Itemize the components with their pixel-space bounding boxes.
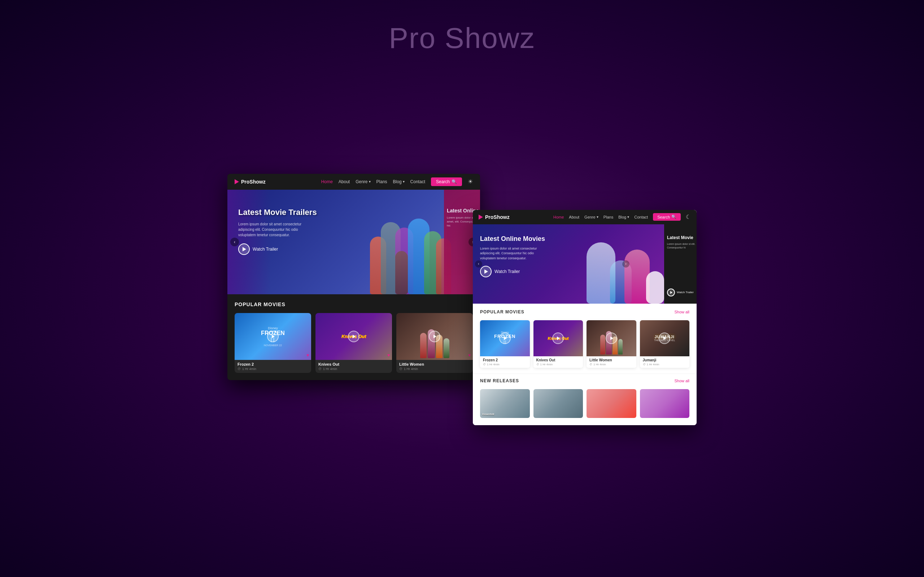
dark-heart-little[interactable]: ♥	[468, 353, 471, 358]
char-raccoon	[395, 251, 408, 294]
light-movie-card-knives[interactable]: Knives Out Knives Out ⏱ 1 Hr 4min	[533, 320, 583, 368]
light-clock-little: ⏱	[590, 363, 592, 366]
dark-section-header: POPULAR MOVIES	[234, 301, 473, 307]
light-navbar: ProShowz Home About Genre ▾ Plans Blog ▾…	[473, 210, 696, 224]
dark-movie-name-knives: Knives Out	[318, 362, 389, 366]
dark-popular-section: POPULAR MOVIES Disney FROZEN II NOVEMBER…	[228, 294, 480, 380]
frozen-chars-group	[549, 224, 664, 304]
dark-hero-desc: Lorem ipsum dolor sit amet consectetur a…	[238, 221, 310, 238]
light-nav-blog[interactable]: Blog ▾	[618, 215, 629, 219]
search-icon: 🔍	[452, 179, 457, 184]
nav-contact[interactable]: Contact	[410, 179, 425, 184]
dark-movie-name-frozen2: Frozen 2	[237, 362, 308, 366]
light-nav-links: Home About Genre ▾ Plans Blog ▾ Contact …	[553, 213, 691, 221]
light-peek-watch[interactable]: Watch Trailer	[667, 288, 694, 297]
dark-search-button[interactable]: Search 🔍	[431, 177, 462, 186]
light-nav-contact[interactable]: Contact	[634, 215, 648, 219]
dark-slider-prev-button[interactable]: ‹	[230, 238, 239, 246]
light-hero-peek: Latest Movie Lorem ipsum dolor st elit. …	[664, 224, 696, 304]
dark-popular-title: POPULAR MOVIES	[234, 301, 286, 307]
screenshots-container: ProShowz Home About Genre ▾ Plans Blog ▾…	[228, 174, 696, 425]
light-nav-plans[interactable]: Plans	[604, 215, 614, 219]
dark-movie-card-knives[interactable]: Knives Out Knives Out ⏱ 1 Hr 4min ♥	[315, 313, 392, 373]
dark-navbar: ProShowz Home About Genre ▾ Plans Blog ▾…	[228, 174, 480, 190]
nav-home[interactable]: Home	[321, 179, 333, 184]
nav-genre[interactable]: Genre ▾	[355, 179, 370, 184]
light-little-play[interactable]	[606, 332, 617, 344]
light-poster-jumanji: JUMANJI THE NEXT LEVEL	[640, 320, 690, 356]
light-frozen-play[interactable]	[499, 332, 511, 344]
light-slider-next-button[interactable]: ›	[622, 260, 630, 268]
blog-chevron-icon: ▾	[403, 180, 405, 184]
dark-watch-trailer-button[interactable]: Watch Trailer	[238, 243, 278, 255]
logo-text: ProShowz	[241, 179, 266, 185]
dark-poster-little	[396, 313, 473, 360]
little-play-icon	[433, 335, 436, 338]
light-logo[interactable]: ProShowz	[478, 214, 510, 220]
light-movie-meta-little: ⏱ 1 Hr 4min	[590, 363, 633, 366]
light-hero-main: Latest Online Movies Lorem ipsum dolor s…	[473, 224, 664, 304]
light-peek-content: Latest Movie Lorem ipsum dolor st elit. …	[667, 235, 696, 250]
light-clock-knives: ⏱	[536, 363, 539, 366]
light-new-releases-title: NEW RELEASES	[480, 378, 519, 384]
light-release-label-downhill: Downhill	[482, 413, 494, 416]
light-release-card-4[interactable]	[640, 389, 690, 418]
dark-movie-meta-little: ⏱ 1 Hr 4min	[399, 367, 470, 371]
light-popular-section: POPULAR MOVIES Show all Disney FROZEN II	[473, 304, 696, 374]
light-movie-card-jumanji[interactable]: JUMANJI THE NEXT LEVEL Jumanji ⏱ 1 Hr 4m…	[640, 320, 690, 368]
knives-play-icon	[353, 335, 355, 338]
light-release-card-downhill[interactable]: Downhill	[480, 389, 530, 418]
nav-about[interactable]: About	[339, 179, 350, 184]
genre-chevron-icon: ▾	[369, 180, 371, 184]
light-release-card-3[interactable]	[586, 389, 636, 418]
light-info-little: Little Women ⏱ 1 Hr 4min	[586, 356, 636, 368]
light-movie-name-knives: Knives Out	[536, 358, 580, 362]
light-peek-title: Latest Movie	[667, 235, 696, 241]
nav-plans[interactable]: Plans	[376, 179, 387, 184]
light-jumanji-play[interactable]	[659, 332, 670, 344]
dark-movie-meta-frozen2: ⏱ 1 Hr 4min	[237, 367, 308, 371]
light-logo-text: ProShowz	[485, 214, 510, 220]
light-nav-home[interactable]: Home	[553, 215, 564, 219]
dark-theme-screenshot: ProShowz Home About Genre ▾ Plans Blog ▾…	[228, 174, 480, 380]
light-frozen-play-icon	[504, 337, 507, 340]
light-theme-toggle[interactable]: ☾	[686, 213, 691, 220]
light-hero-content: Latest Online Movies Lorem ipsum dolor s…	[480, 235, 545, 278]
play-triangle-icon	[242, 247, 246, 251]
light-new-releases-section: NEW RELEASES Show all Downhill	[473, 374, 696, 425]
light-new-releases-show-all[interactable]: Show all	[674, 379, 690, 383]
light-theme-screenshot: ProShowz Home About Genre ▾ Plans Blog ▾…	[473, 210, 696, 425]
light-clock-jumanji: ⏱	[643, 363, 646, 366]
page-title: Pro Showz	[389, 22, 535, 55]
dark-theme-toggle[interactable]: ☀	[468, 178, 473, 185]
dark-info-knives: Knives Out ⏱ 1 Hr 4min	[315, 360, 392, 373]
logo-play-icon	[234, 179, 239, 184]
light-search-button[interactable]: Search 🔍	[653, 213, 681, 221]
light-movie-card-frozen2[interactable]: Disney FROZEN II Frozen 2 ⏱ 1 Hr 4min	[480, 320, 530, 368]
nav-blog[interactable]: Blog ▾	[393, 179, 405, 184]
light-peek-play-tri	[670, 291, 672, 294]
light-slider-prev-button[interactable]: ‹	[475, 260, 482, 268]
light-knives-play[interactable]	[552, 332, 564, 344]
dark-heart-knives[interactable]: ♥	[387, 353, 390, 358]
dark-movie-card-little[interactable]: Little Women ⏱ 1 Hr 4min ♥	[396, 313, 473, 373]
clock-icon-little: ⏱	[399, 367, 402, 371]
light-info-jumanji: Jumanji ⏱ 1 Hr 4min	[640, 356, 690, 368]
light-nav-genre[interactable]: Genre ▾	[584, 215, 598, 219]
light-nav-about[interactable]: About	[569, 215, 579, 219]
little-play-overlay[interactable]	[429, 331, 440, 342]
light-watch-trailer-button[interactable]: Watch Trailer	[480, 266, 520, 277]
light-movie-name-little: Little Women	[590, 358, 633, 362]
knives-play-overlay[interactable]	[348, 331, 360, 342]
light-movie-card-little[interactable]: Little Women ⏱ 1 Hr 4min	[586, 320, 636, 368]
light-release-card-2[interactable]	[533, 389, 583, 418]
frozen-play-icon	[272, 335, 275, 338]
light-show-all-button[interactable]: Show all	[674, 310, 690, 314]
dark-movie-card-frozen2[interactable]: Disney FROZEN II NOVEMBER 22 Frozen 2 ⏱	[234, 313, 311, 373]
dark-logo[interactable]: ProShowz	[234, 179, 266, 185]
light-peek-desc: Lorem ipsum dolor st elit. Consequuntur …	[667, 242, 696, 250]
frozen-play-overlay[interactable]	[267, 331, 279, 342]
olaf-char	[646, 271, 664, 304]
light-movie-meta-frozen2: ⏱ 1 Hr 4min	[483, 363, 527, 366]
dark-heart-frozen2[interactable]: ♥	[307, 353, 309, 358]
